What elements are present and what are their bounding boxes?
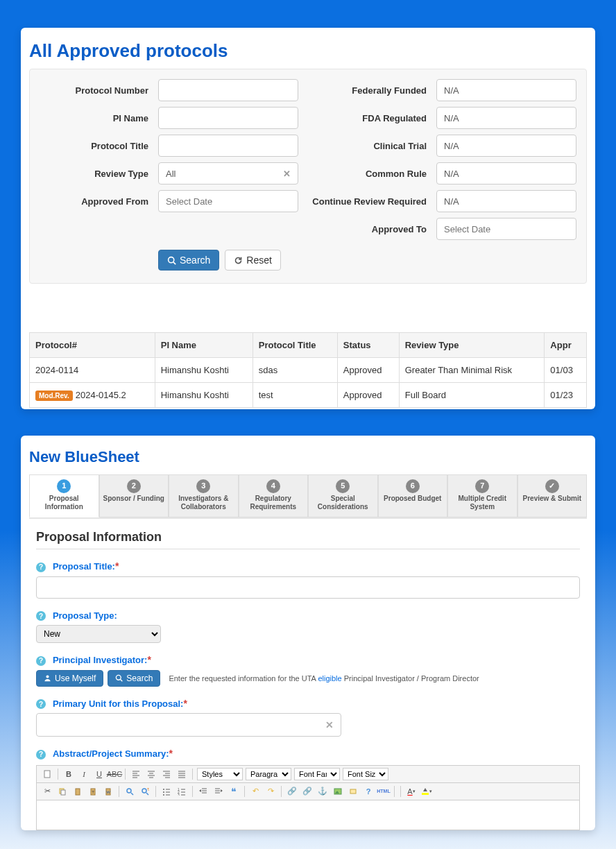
svg-rect-23: [61, 790, 65, 795]
approved-from-input[interactable]: [158, 190, 298, 212]
protocol-title-input[interactable]: [158, 135, 298, 157]
review-type-label: Review Type: [30, 169, 158, 179]
svg-point-36: [163, 791, 164, 793]
pi-note: Enter the requested information for the …: [169, 674, 479, 683]
common-rule-select[interactable]: N/A: [436, 162, 576, 185]
align-right-icon[interactable]: [160, 768, 173, 780]
copy-icon[interactable]: [56, 785, 69, 798]
table-row[interactable]: 2024-0114Himanshu KoshtisdasApprovedGrea…: [30, 358, 587, 383]
fda-regulated-select[interactable]: N/A: [436, 107, 576, 129]
wizard-step-4[interactable]: 4Regulatory Requirements: [239, 474, 309, 517]
step-number-icon: 7: [475, 479, 489, 493]
help-icon[interactable]: ?: [36, 611, 46, 621]
outdent-icon[interactable]: [197, 785, 209, 798]
newdoc-icon[interactable]: [41, 768, 53, 780]
bg-color-icon[interactable]: ▾: [420, 785, 433, 798]
clear-icon[interactable]: ✕: [325, 719, 334, 730]
help-icon[interactable]: ?: [36, 656, 46, 666]
proposal-title-input[interactable]: [36, 576, 580, 599]
clear-format-icon[interactable]: [347, 785, 359, 798]
primary-unit-select[interactable]: ✕: [36, 713, 341, 737]
common-rule-label: Common Rule: [308, 169, 436, 179]
table-row[interactable]: Mod.Rev.2024-0145.2Himanshu KoshtitestAp…: [30, 383, 587, 408]
svg-line-32: [146, 793, 148, 795]
protocol-number-input[interactable]: [158, 79, 298, 101]
svg-text:W: W: [106, 790, 110, 794]
th-review-type[interactable]: Review Type: [399, 333, 545, 358]
paste-icon[interactable]: [71, 785, 84, 798]
fda-regulated-label: FDA Regulated: [308, 113, 436, 123]
paste-word-icon[interactable]: W: [102, 785, 114, 798]
th-pi-name[interactable]: PI Name: [155, 333, 253, 358]
undo-icon[interactable]: ↶: [249, 785, 262, 798]
wizard-step-1[interactable]: 1Proposal Information: [29, 474, 99, 517]
pi-search-button[interactable]: Search: [108, 670, 160, 687]
federally-funded-label: Federally Funded: [308, 85, 436, 96]
th-status[interactable]: Status: [337, 333, 399, 358]
font-size-select[interactable]: Font Size: [343, 768, 388, 780]
federally-funded-select[interactable]: N/A: [436, 79, 576, 101]
separator: [119, 786, 119, 797]
wizard-step-7[interactable]: 7Multiple Credit System: [447, 474, 517, 517]
wizard-step-2[interactable]: 2Sponsor / Funding: [99, 474, 169, 517]
paste-text-icon[interactable]: T: [87, 785, 99, 798]
html-icon[interactable]: HTML: [377, 785, 390, 798]
pi-name-input[interactable]: [158, 107, 298, 129]
wizard-step-5[interactable]: 5Special Considerations: [308, 474, 378, 517]
continue-review-select[interactable]: N/A: [436, 190, 576, 212]
align-justify-icon[interactable]: [176, 768, 188, 780]
eligible-link[interactable]: eligible: [318, 674, 341, 683]
link-icon[interactable]: 🔗: [286, 785, 298, 798]
redo-icon[interactable]: ↷: [264, 785, 277, 798]
svg-rect-5: [44, 771, 50, 778]
search-button[interactable]: Search: [158, 250, 219, 271]
review-type-select[interactable]: All ✕: [158, 162, 298, 185]
blockquote-icon[interactable]: ❝: [228, 785, 240, 798]
page-title: New BlueSheet: [29, 448, 587, 474]
wizard-step-3[interactable]: 3Investigators & Collaborators: [169, 474, 239, 517]
styles-select[interactable]: Styles: [197, 768, 243, 780]
proposal-title-label: Proposal Title:: [53, 561, 115, 572]
strike-icon[interactable]: ABC: [108, 768, 121, 780]
th-approved[interactable]: Appr: [545, 333, 587, 358]
svg-point-34: [163, 789, 164, 790]
step-number-icon: 5: [336, 479, 350, 493]
th-protocol[interactable]: Protocol#: [30, 333, 155, 358]
help-icon[interactable]: ?: [36, 699, 46, 709]
text-color-icon[interactable]: A▾: [405, 785, 418, 798]
anchor-icon[interactable]: ⚓: [316, 785, 329, 798]
bold-icon[interactable]: B: [62, 768, 75, 780]
help-icon[interactable]: ?: [36, 750, 46, 760]
find-icon[interactable]: [123, 785, 136, 798]
unlink-icon[interactable]: 🔗: [301, 785, 314, 798]
reset-button[interactable]: Reset: [225, 250, 281, 271]
use-myself-button[interactable]: Use Myself: [36, 670, 103, 687]
proposal-type-label: Proposal Type:: [53, 610, 117, 621]
help-editor-icon[interactable]: ?: [362, 785, 375, 798]
separator: [125, 769, 126, 780]
replace-icon[interactable]: ↻: [139, 785, 151, 798]
cut-icon[interactable]: ✂: [41, 785, 53, 798]
paragraph-select[interactable]: Paragraph: [246, 768, 291, 780]
step-label: Regulatory Requirements: [242, 495, 305, 511]
separator: [192, 786, 193, 797]
italic-icon[interactable]: I: [78, 768, 90, 780]
indent-icon[interactable]: [212, 785, 225, 798]
align-center-icon[interactable]: [145, 768, 157, 780]
underline-icon[interactable]: U: [93, 768, 105, 780]
proposal-type-select[interactable]: New: [36, 625, 161, 643]
clear-icon[interactable]: ✕: [283, 169, 291, 179]
wizard-step-8[interactable]: ✓Preview & Submit: [517, 474, 588, 517]
approved-to-input[interactable]: [436, 218, 576, 240]
th-title[interactable]: Protocol Title: [253, 333, 337, 358]
align-left-icon[interactable]: [130, 768, 142, 780]
font-family-select[interactable]: Font Family: [294, 768, 340, 780]
number-list-icon[interactable]: 123: [176, 785, 188, 798]
wizard-step-6[interactable]: 6Proposed Budget: [378, 474, 448, 517]
image-icon[interactable]: [332, 785, 344, 798]
editor-body[interactable]: [37, 800, 579, 830]
help-icon[interactable]: ?: [36, 563, 46, 572]
clinical-trial-select[interactable]: N/A: [436, 135, 576, 157]
bullet-list-icon[interactable]: [160, 785, 173, 798]
svg-rect-56: [350, 789, 356, 794]
